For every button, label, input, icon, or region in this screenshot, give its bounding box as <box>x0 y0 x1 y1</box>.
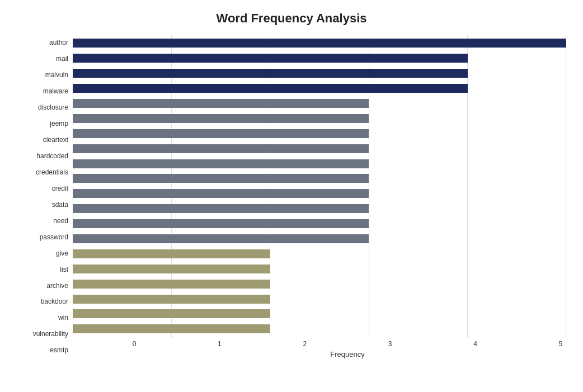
bar-row-jeemp <box>73 113 566 124</box>
bar-row-malware <box>73 83 566 94</box>
x-tick-5: 5 <box>555 340 566 348</box>
grid-and-bars <box>73 35 566 338</box>
bar-row-archive <box>73 263 566 275</box>
x-tick-4: 4 <box>470 340 481 348</box>
bar-credentials <box>73 159 369 168</box>
y-label-list: list <box>60 263 68 276</box>
bar-row-backdoor <box>73 278 566 290</box>
y-label-hardcoded: hardcoded <box>36 150 68 162</box>
y-label-credentials: credentials <box>36 166 68 178</box>
bar-esmtp <box>73 324 270 333</box>
bar-win <box>73 295 270 304</box>
bar-malvuln <box>73 69 468 78</box>
bar-row-need <box>73 203 566 214</box>
y-label-vulnerability: vulnerability <box>33 328 68 340</box>
y-label-credit: credit <box>52 182 68 195</box>
bar-row-mail <box>73 53 566 64</box>
bar-cleartext <box>73 129 369 138</box>
bar-disclosure <box>73 99 369 108</box>
bar-sdata <box>73 189 369 198</box>
bar-credit <box>73 174 369 183</box>
bar-jeemp <box>73 114 369 123</box>
bar-give <box>73 234 369 243</box>
bar-row-cleartext <box>73 128 566 139</box>
bar-mail <box>73 54 468 63</box>
bar-row-esmtp <box>73 323 566 334</box>
chart-area: authormailmalvulnmalwaredisclosurejeempc… <box>17 35 566 358</box>
bar-row-password <box>73 218 566 229</box>
x-tick-1: 1 <box>214 340 225 348</box>
x-tick-0: 0 <box>129 340 140 348</box>
bar-row-hardcoded <box>73 143 566 154</box>
y-label-give: give <box>56 247 68 259</box>
bar-row-vulnerability <box>73 308 566 319</box>
bar-row-disclosure <box>73 98 566 109</box>
y-label-backdoor: backdoor <box>41 295 68 308</box>
y-label-sdata: sdata <box>52 199 68 211</box>
y-label-archive: archive <box>46 280 68 292</box>
bars-wrapper <box>73 35 566 338</box>
bar-row-author <box>73 37 566 49</box>
bar-author <box>73 39 566 48</box>
bar-row-credentials <box>73 158 566 169</box>
bar-need <box>73 204 369 213</box>
y-label-author: author <box>49 36 68 49</box>
bar-malware <box>73 84 468 93</box>
bars-and-grid: 012345 Frequency <box>73 35 566 358</box>
bar-list <box>73 249 270 258</box>
chart-container: Word Frequency Analysis authormailmalvul… <box>0 0 583 392</box>
x-axis: 012345 <box>129 338 566 348</box>
bar-row-credit <box>73 173 566 184</box>
bar-row-give <box>73 233 566 244</box>
bar-row-win <box>73 294 566 305</box>
bar-vulnerability <box>73 309 270 318</box>
bar-row-malvuln <box>73 68 566 79</box>
x-tick-2: 2 <box>299 340 311 348</box>
y-label-esmtp: esmtp <box>50 344 68 356</box>
bar-row-list <box>73 248 566 259</box>
y-label-disclosure: disclosure <box>38 101 68 114</box>
x-axis-label: Frequency <box>129 350 566 358</box>
bar-backdoor <box>73 280 270 289</box>
y-label-malware: malware <box>43 85 68 97</box>
y-label-win: win <box>58 311 68 324</box>
y-label-jeemp: jeemp <box>50 117 68 130</box>
bottom-section: 012345 Frequency <box>73 338 566 358</box>
bar-hardcoded <box>73 144 369 153</box>
bar-password <box>73 219 369 228</box>
y-label-mail: mail <box>56 53 68 65</box>
bar-archive <box>73 265 270 273</box>
y-label-cleartext: cleartext <box>43 134 68 146</box>
bar-row-sdata <box>73 188 566 199</box>
y-axis: authormailmalvulnmalwaredisclosurejeempc… <box>17 35 73 358</box>
y-label-password: password <box>40 231 68 243</box>
y-label-malvuln: malvuln <box>45 69 68 81</box>
y-label-need: need <box>53 215 68 227</box>
chart-title: Word Frequency Analysis <box>217 11 367 26</box>
x-tick-3: 3 <box>384 340 396 348</box>
